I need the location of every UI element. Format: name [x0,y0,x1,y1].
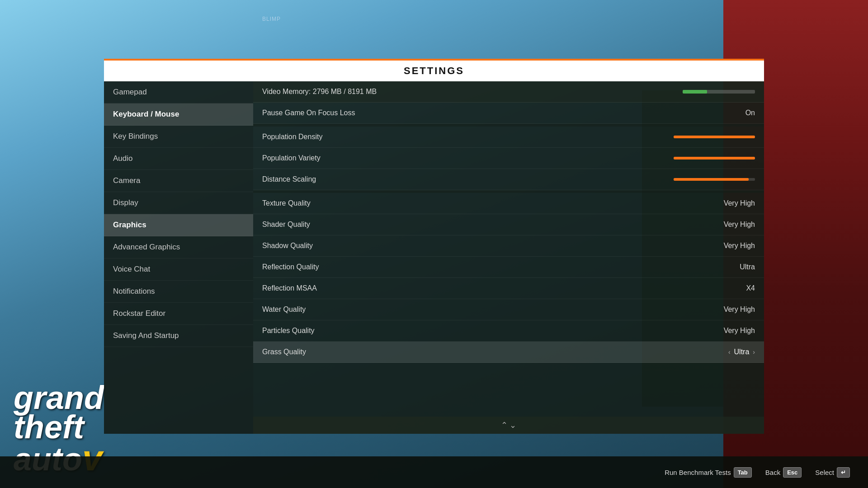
shader-quality-value: Very High [724,221,755,229]
settings-title-bar: SETTINGS [104,59,764,81]
setting-particles-quality[interactable]: Particles Quality Very High [253,320,764,342]
grass-quality-value: Ultra [734,348,750,356]
video-memory-fill [683,90,707,94]
water-quality-value: Very High [724,305,755,314]
particles-quality-label: Particles Quality [262,327,724,335]
benchmark-action: Run Benchmark Tests Tab [665,467,752,478]
shader-quality-label: Shader Quality [262,221,724,229]
reflection-quality-value: Ultra [740,263,755,271]
reflection-msaa-value: X4 [746,284,755,292]
select-action: Select ↵ [815,467,850,478]
nav-item-voice-chat[interactable]: Voice Chat [104,258,253,281]
nav-item-graphics[interactable]: Graphics [104,214,253,236]
distance-scaling-slider[interactable] [674,178,755,181]
nav-item-saving-startup[interactable]: Saving And Startup [104,325,253,347]
arrow-right-icon[interactable]: › [753,348,755,356]
settings-title: SETTINGS [404,65,464,76]
settings-content: Gamepad Keyboard / Mouse Key Bindings Au… [104,81,764,434]
nav-item-audio[interactable]: Audio [104,148,253,170]
setting-reflection-msaa[interactable]: Reflection MSAA X4 [253,278,764,299]
nav-item-gamepad[interactable]: Gamepad [104,81,253,103]
settings-panel: SETTINGS Gamepad Keyboard / Mouse Key Bi… [104,59,764,434]
water-quality-label: Water Quality [262,305,724,314]
setting-shadow-quality[interactable]: Shadow Quality Very High [253,235,764,257]
nav-item-advanced-graphics[interactable]: Advanced Graphics [104,236,253,258]
setting-pause-game[interactable]: Pause Game On Focus Loss On [253,103,764,124]
grass-quality-control[interactable]: ‹ Ultra › [728,348,755,356]
distance-scaling-fill [674,178,749,181]
texture-quality-label: Texture Quality [262,199,724,207]
population-density-slider[interactable] [674,136,755,138]
setting-grass-quality[interactable]: Grass Quality ‹ Ultra › [253,342,764,363]
population-variety-slider[interactable] [674,157,755,160]
blimp: BLIMP [262,16,281,22]
nav-item-display[interactable]: Display [104,192,253,214]
nav-item-notifications[interactable]: Notifications [104,281,253,303]
setting-texture-quality[interactable]: Texture Quality Very High [253,193,764,214]
benchmark-label: Run Benchmark Tests [665,469,731,476]
arrow-left-icon[interactable]: ‹ [728,348,731,356]
setting-distance-scaling[interactable]: Distance Scaling [253,169,764,190]
bottom-bar: Run Benchmark Tests Tab Back Esc Select … [0,456,868,488]
particles-quality-value: Very High [724,327,755,335]
pause-game-value: On [745,109,755,117]
setting-population-density[interactable]: Population Density [253,127,764,148]
population-density-label: Population Density [262,133,674,141]
distance-scaling-label: Distance Scaling [262,175,674,183]
population-variety-fill [674,157,755,160]
nav-item-keyboard-mouse[interactable]: Keyboard / Mouse [104,103,253,126]
population-density-fill [674,136,755,138]
setting-reflection-quality[interactable]: Reflection Quality Ultra [253,257,764,278]
logo-line1: grand [14,383,104,413]
shadow-quality-label: Shadow Quality [262,242,724,250]
video-memory-label: Video Memory: 2796 MB / 8191 MB [262,88,683,96]
video-memory-bar [683,90,755,94]
setting-population-variety[interactable]: Population Variety [253,148,764,169]
population-variety-label: Population Variety [262,154,674,162]
grass-quality-label: Grass Quality [262,348,728,356]
benchmark-key[interactable]: Tab [734,467,752,478]
nav-item-rockstar-editor[interactable]: Rockstar Editor [104,303,253,325]
select-key[interactable]: ↵ [837,467,850,478]
scroll-down-icon[interactable]: ⌄ [509,420,516,430]
back-key[interactable]: Esc [783,467,802,478]
reflection-msaa-label: Reflection MSAA [262,284,746,292]
settings-nav: Gamepad Keyboard / Mouse Key Bindings Au… [104,81,253,434]
nav-item-camera[interactable]: Camera [104,170,253,192]
back-label: Back [765,469,780,476]
pause-game-label: Pause Game On Focus Loss [262,109,745,117]
scroll-indicator[interactable]: ⌃ ⌄ [253,417,764,434]
nav-item-key-bindings[interactable]: Key Bindings [104,126,253,148]
settings-main: Video Memory: 2796 MB / 8191 MB Pause Ga… [253,81,764,434]
setting-water-quality[interactable]: Water Quality Very High [253,299,764,320]
texture-quality-value: Very High [724,199,755,207]
back-action: Back Esc [765,467,802,478]
scroll-up-icon[interactable]: ⌃ [501,420,508,430]
shadow-quality-value: Very High [724,242,755,250]
video-memory-row: Video Memory: 2796 MB / 8191 MB [253,81,764,103]
setting-shader-quality[interactable]: Shader Quality Very High [253,214,764,235]
reflection-quality-label: Reflection Quality [262,263,740,271]
select-label: Select [815,469,834,476]
